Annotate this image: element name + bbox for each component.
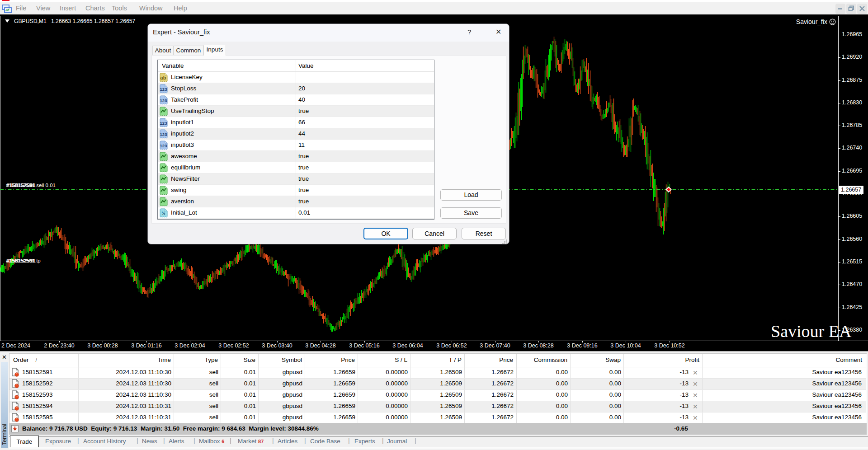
svg-text:123: 123 [160,87,167,92]
svg-text:123: 123 [160,121,167,126]
svg-text:123: 123 [160,143,167,148]
svg-text:ab: ab [160,75,166,80]
svg-text:123: 123 [160,98,167,103]
svg-text:½: ½ [161,211,165,216]
svg-text:123: 123 [160,132,167,137]
